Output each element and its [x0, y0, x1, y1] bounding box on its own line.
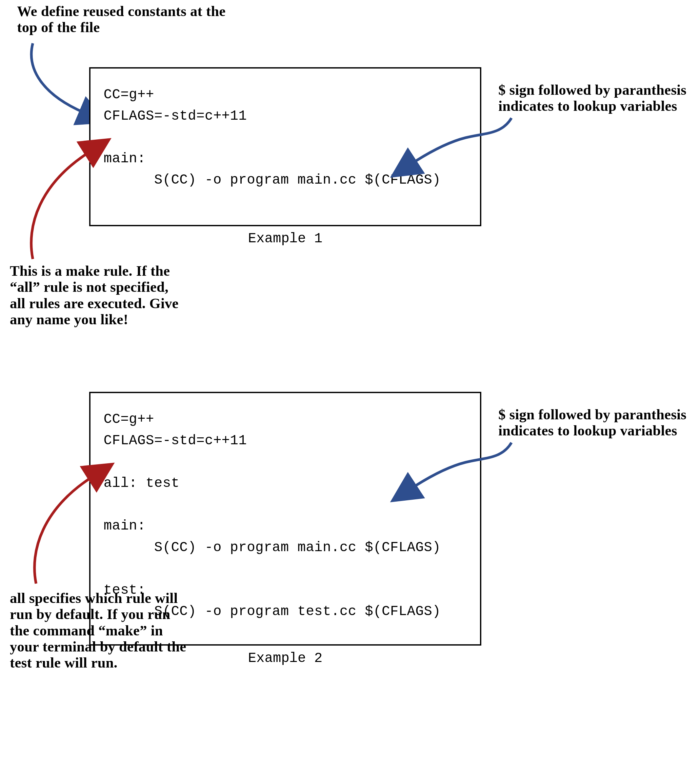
- arrow-makerule-to-main: [20, 144, 105, 262]
- caption-example1: Example 1: [89, 231, 481, 247]
- annotation-dollar-1: $ sign followed by paranthesis indicates…: [498, 82, 689, 114]
- annotation-dollar-2: $ sign followed by paranthesis indicates…: [498, 407, 689, 439]
- arrow-all-to-alltest: [23, 469, 108, 587]
- annotation-constants: We define reused constants at the top of…: [17, 3, 227, 36]
- annotation-all-specifies: all specifies which rule will run by def…: [10, 590, 187, 671]
- arrow-dollar-to-code-2: [403, 439, 521, 495]
- arrow-dollar-to-code-1: [403, 115, 521, 170]
- annotation-make-rule: This is a make rule. If the “all” rule i…: [10, 263, 184, 328]
